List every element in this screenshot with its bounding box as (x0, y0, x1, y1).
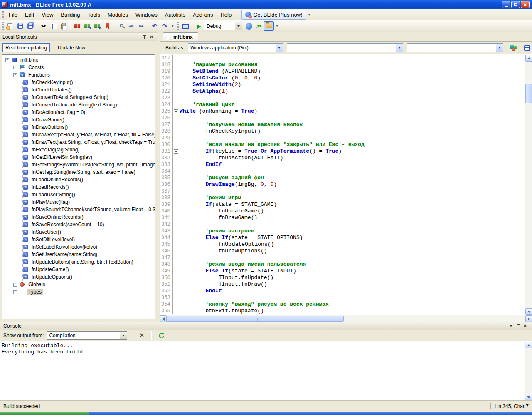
toolbar-overflow-chevron[interactable]: ▾ (170, 23, 175, 29)
code-line[interactable]: 350 TInput.fnUpdate() (160, 274, 525, 281)
code-line[interactable]: 325While (onRunning = True) (160, 108, 525, 115)
restore-button[interactable] (511, 1, 520, 8)
code-line[interactable]: 328 fnCheckKeyInput() (160, 128, 525, 135)
menu-item-building[interactable]: Building (57, 10, 84, 20)
code-line[interactable]: 327 'получаем новые нажатия кнопок (160, 121, 525, 128)
new-file-button[interactable] (5, 21, 15, 31)
menu-item-view[interactable]: View (38, 10, 57, 20)
collapse-icon[interactable]: - (5, 58, 9, 62)
code-line[interactable]: 351 TInput.fnDraw() (160, 281, 525, 288)
build-and-run-button[interactable]: ≫ (254, 21, 264, 31)
scroll-down-button[interactable] (525, 394, 532, 400)
next-bookmark-button[interactable] (92, 21, 102, 31)
code-line[interactable]: 326 (160, 115, 525, 121)
code-line[interactable]: 341 fnDrawGame() (160, 215, 525, 221)
console-pin-button[interactable] (515, 323, 522, 329)
tree-item-fnsaveonlinerecords[interactable]: ↰fnSaveOnlineRecords() (23, 213, 155, 221)
code-line[interactable]: 322 SetAlpha(1) (160, 88, 525, 95)
tree-item-fndrawtext-text-string-x-float-y-float-c[interactable]: ↰fnDrawText(text:String, x:Float, y:Floa… (23, 138, 155, 146)
tree-item-fnloadrecords[interactable]: ↰fnLoadRecords() (23, 183, 155, 191)
build-target-combo[interactable]: Windows application (Gui) (188, 43, 283, 52)
console-menu-button[interactable]: ▼ (507, 323, 515, 329)
code-line[interactable]: 352 EndIf (160, 288, 525, 294)
combo-dropdown-button[interactable] (120, 332, 127, 339)
code-line[interactable]: 318 'параметры рисования (160, 62, 525, 68)
code-line[interactable]: 343 'режим настроек (160, 228, 525, 235)
code-line[interactable]: 321 SetLineWidth(2) (160, 82, 525, 88)
code-line[interactable]: 319 SetBlend (ALPHABLEND) (160, 68, 525, 75)
tree-item-fncheckupdates[interactable]: ↰fnCheckUpdates() (23, 86, 155, 94)
update-now-button[interactable]: Update Now (56, 44, 87, 52)
code-line[interactable]: 344 Else If(state = STATE_OPTIONS) (160, 235, 525, 241)
tree-item-fnloaduser-string[interactable]: ↰fnLoadUser:String() (23, 191, 155, 198)
scroll-up-button[interactable] (525, 342, 532, 348)
toolbar-grip[interactable] (2, 11, 4, 18)
tree-item-fndoaction-act-flag-0[interactable]: ↰fnDoAction(act, flag = 0) (23, 109, 155, 116)
console-vscrollbar[interactable] (525, 342, 532, 400)
tree-group-globals[interactable]: +Globals (2, 281, 155, 288)
save-all-button[interactable] (25, 21, 35, 31)
code-line[interactable]: 323 (160, 95, 525, 101)
code-line[interactable]: 348 'режим ввода имени пользователя (160, 261, 525, 268)
tree-item-fnplaymusic-flag[interactable]: ↰fnPlayMusic(flag) (23, 198, 155, 206)
minimize-button[interactable] (502, 1, 510, 8)
close-button[interactable]: × (521, 1, 530, 8)
code-line[interactable]: 339 If(state = STATE_GAME) (160, 201, 525, 208)
code-line[interactable]: 331 If(keyEsc = True Or AppTerminate() =… (160, 148, 525, 155)
code-line[interactable]: 317 (160, 55, 525, 62)
download-button[interactable]: ↓ (244, 21, 254, 31)
code-line[interactable]: 330 'если нажали на крестик "закрыть" ил… (160, 141, 525, 148)
tree-item-fndrawoptions[interactable]: ↰fnDrawOptions() (23, 124, 155, 131)
menu-item-file[interactable]: File (5, 10, 21, 20)
tree-root-mft-bmx[interactable]: -mft.bmx (2, 56, 155, 64)
tree-group-types[interactable]: +≡Types (2, 288, 155, 296)
open-book-button[interactable] (72, 21, 82, 31)
pin-button[interactable] (141, 34, 148, 40)
outdent-button[interactable]: ≡+ (136, 21, 146, 31)
toolbar-overflow-chevron[interactable]: ▾ (275, 23, 279, 29)
combo-dropdown-button[interactable] (496, 44, 503, 52)
hscroll-thumb[interactable] (167, 316, 344, 322)
tree-item-fnsetdiflevel-level[interactable]: ↰fnSetDifLevel(level) (23, 236, 155, 243)
menu-item-edit[interactable]: Edit (21, 10, 38, 20)
scroll-up-button[interactable] (525, 55, 532, 62)
code-line[interactable]: 342 (160, 221, 525, 228)
code-line[interactable]: 329 (160, 135, 525, 141)
console-close-button[interactable]: × (522, 323, 529, 329)
editor-hscrollbar[interactable] (160, 315, 532, 322)
expand-icon[interactable]: + (13, 290, 17, 294)
menu-overflow-chevron[interactable]: ▾ (307, 12, 312, 17)
code-line[interactable]: 333 EndIf (160, 161, 525, 168)
menu-item-windows[interactable]: Windows (132, 10, 161, 20)
scroll-down-button[interactable] (525, 308, 532, 315)
code-editor[interactable]: 317318 'параметры рисования319 SetBlend … (160, 54, 532, 322)
redo-button[interactable]: ↷ (160, 21, 170, 31)
expand-icon[interactable]: + (13, 66, 17, 69)
tree-item-fncheckkeyinput[interactable]: ↰fnCheckKeyInput() (23, 79, 155, 86)
build-option-combo-3[interactable] (407, 43, 503, 52)
build-option-combo-2[interactable] (287, 43, 403, 52)
start-button-edge[interactable] (0, 412, 89, 415)
tree-item-fngettag-string-line-string-start-exec-f[interactable]: ↰fnGetTag:String(line:String, start, exe… (23, 168, 155, 176)
tree-item-fnupdateoptions[interactable]: ↰fnUpdateOptions() (23, 273, 155, 281)
undo-button[interactable]: ↶ (150, 21, 160, 31)
save-button[interactable] (15, 21, 25, 31)
combo-dropdown-button[interactable] (276, 44, 283, 52)
tree-item-fnexectag-tag-string[interactable]: ↰fnExecTag(tag:String) (23, 146, 155, 153)
code-line[interactable]: 349 Else If(state = STATE_INPUT) (160, 268, 525, 274)
collapse-icon[interactable]: - (13, 73, 17, 77)
tree-item-fnsaveuser[interactable]: ↰fnSaveUser() (23, 228, 155, 236)
menu-item-modules[interactable]: Modules (104, 10, 132, 20)
tree-item-fnsetusername-name-string[interactable]: ↰fnSetUserName(name:String) (23, 251, 155, 258)
fold-collapse-icon[interactable] (173, 148, 180, 155)
code-line[interactable]: 345 fnUpdateOptions() (160, 241, 525, 248)
editor-vscrollbar[interactable] (525, 55, 532, 315)
search-button[interactable] (116, 21, 126, 31)
combo-dropdown-button[interactable] (235, 22, 242, 30)
toolbar-grip[interactable] (2, 22, 4, 30)
tree-item-fnplaysound-tchannel-snd-tsound-volume-f[interactable]: ↰fnPlaySound:TChannel(snd:TSound, volume… (23, 206, 155, 213)
expand-icon[interactable]: + (13, 283, 17, 287)
output-filter-combo[interactable]: Compilation (47, 331, 127, 340)
menu-item-autolists[interactable]: Autolists (161, 10, 189, 20)
combo-dropdown-button[interactable] (396, 44, 403, 52)
